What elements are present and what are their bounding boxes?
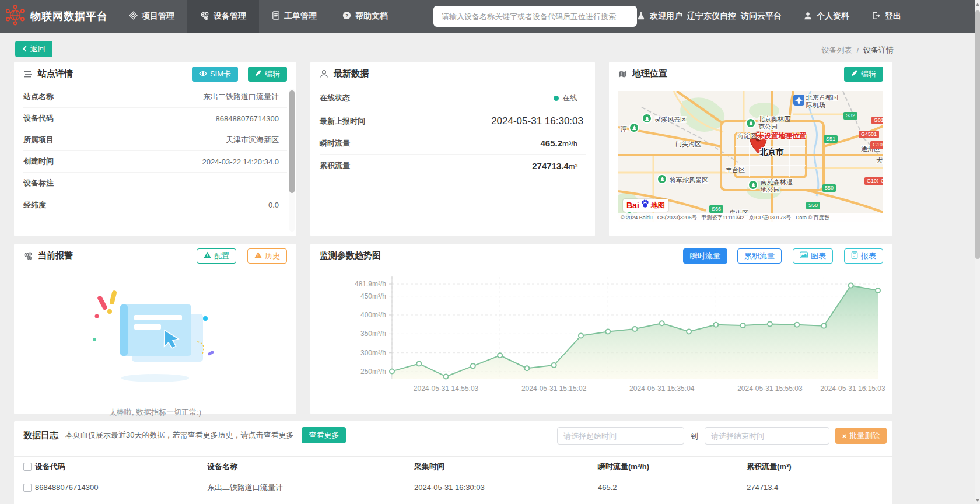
- road-badge: G4501: [859, 131, 879, 138]
- detail-row: 创建时间2024-03-22 14:20:34.0: [23, 151, 287, 173]
- site-edit-button[interactable]: 编辑: [248, 66, 287, 82]
- map-label: 海淀区: [737, 132, 757, 141]
- status-badge: 在线: [554, 93, 586, 103]
- sim-card-button[interactable]: SIM卡: [192, 66, 238, 82]
- detail-row: 所属项目天津市滨海新区: [23, 130, 287, 151]
- row-checkbox[interactable]: [23, 484, 32, 492]
- location-title: 地理位置: [632, 68, 667, 79]
- report-time-row: 最新上报时间 2024-05-31 16:30:03: [320, 110, 586, 132]
- report-view-button[interactable]: 报表: [844, 249, 883, 264]
- network-globe-icon: [4, 4, 26, 29]
- column-header: 瞬时流量(m³/h): [598, 461, 747, 472]
- select-all-checkbox[interactable]: [23, 463, 32, 471]
- alarm-history-button[interactable]: ! 历史: [247, 249, 287, 264]
- map-label: 大厂: [876, 156, 883, 165]
- chart-view-button[interactable]: 图表: [793, 249, 833, 264]
- app-title: 物联网数据平台: [30, 9, 108, 23]
- road-badge: G1: [878, 177, 883, 185]
- table-row[interactable]: 868488076714300 东出二铁路道口流量计 2024-05-31 16…: [14, 477, 892, 498]
- instant-flow-row: 瞬时流量 465.2m³/h: [320, 132, 586, 155]
- table-header-row: 设备代码 设备名称 采集时间 瞬时流量(m³/h) 累积流量(m³): [14, 456, 892, 477]
- nav-item-projects[interactable]: 项目管理: [116, 0, 187, 33]
- detail-row: 设备标注: [23, 173, 287, 194]
- svg-text:2024-05-31 15:55:03: 2024-05-31 15:55:03: [737, 384, 803, 393]
- road-badge: S32: [844, 112, 858, 120]
- welcome-text: 欢迎用户: [650, 11, 682, 22]
- scroll-up-icon[interactable]: [975, 0, 980, 8]
- welcome-segment: 欢迎用户 辽宁东仪自控 访问云平台: [637, 11, 782, 22]
- svg-text:2024-05-31 14:55:03: 2024-05-31 14:55:03: [414, 384, 479, 393]
- device-search-input[interactable]: [433, 6, 637, 27]
- svg-text:2024-05-31 16:15:03: 2024-05-31 16:15:03: [820, 384, 886, 393]
- column-header: 累积流量(m³): [747, 461, 892, 472]
- map-label: 北京奥林匹克公园: [758, 116, 794, 131]
- gears-icon: [23, 251, 33, 261]
- scrollbar-thumb[interactable]: [975, 10, 980, 259]
- device-detail-page: 物联网数据平台 项目管理 设备管理: [0, 0, 980, 504]
- eye-icon: [199, 69, 207, 78]
- site-details-title: 站点详情: [38, 68, 73, 79]
- baidu-paw-icon: [640, 200, 650, 211]
- site-details-body: 站点名称东出二铁路道口流量计 设备代码868488076714300 所属项目天…: [14, 86, 296, 216]
- edit-icon: [255, 69, 262, 78]
- document-icon: [272, 11, 280, 22]
- baidu-logo: Bai 地图: [623, 199, 668, 212]
- alarm-empty-text: 太棒啦, 数据指标一切正常:): [14, 407, 296, 418]
- svg-text:?: ?: [345, 13, 349, 19]
- latest-data-title: 最新数据: [334, 68, 369, 79]
- page-scrollbar[interactable]: [975, 0, 980, 504]
- column-header: 采集时间: [414, 461, 598, 472]
- svg-text:250m³/h: 250m³/h: [360, 368, 386, 376]
- trend-line-chart[interactable]: 481.9m³/h450m³/h400m³/h350m³/h300m³/h250…: [310, 270, 892, 414]
- view-more-button[interactable]: 查看更多: [302, 427, 346, 443]
- alarm-empty-state: 太棒啦, 数据指标一切正常:): [14, 270, 296, 414]
- map-label: 灵溪风景区: [654, 116, 687, 124]
- alarm-config-button[interactable]: ! 配置: [197, 249, 236, 264]
- detail-row: 站点名称东出二铁路道口流量计: [23, 86, 287, 108]
- visit-cloud-link[interactable]: 访问云平台: [741, 11, 782, 22]
- app-logo[interactable]: [0, 4, 30, 29]
- data-log-note: 本页面仅展示最近30天的数据，若需查看更多历史，请点击查看更多: [65, 430, 293, 440]
- start-time-input[interactable]: [557, 427, 684, 444]
- park-pin-icon: [642, 113, 652, 124]
- trend-header: 监测参数趋势图 瞬时流量 累积流量 图表 报表: [310, 244, 892, 268]
- nav-item-help[interactable]: ? 帮助文档: [330, 0, 401, 33]
- card-scrollbar-thumb[interactable]: [289, 90, 295, 193]
- nav-item-workorders[interactable]: 工单管理: [259, 0, 330, 33]
- instant-flow-tab[interactable]: 瞬时流量: [683, 249, 727, 264]
- map-icon: [618, 70, 627, 78]
- park-pin-icon: [657, 174, 667, 184]
- logout-link[interactable]: 登出: [872, 11, 901, 22]
- data-log-card: 数据日志 本页面仅展示最近30天的数据，若需查看更多历史，请点击查看更多 查看更…: [14, 421, 892, 504]
- baidu-map[interactable]: 北京首都国际机场 灵溪风景区 北京奥林匹克公园 潭 门头沟区 海淀区 未设置地理…: [618, 91, 883, 222]
- svg-text:300m³/h: 300m³/h: [360, 349, 386, 357]
- warning-triangle-icon: !: [254, 251, 262, 260]
- question-icon: ?: [342, 11, 351, 22]
- road-badge: 550: [822, 184, 836, 192]
- logout-icon: [872, 12, 880, 22]
- location-header: 地理位置 编辑: [609, 62, 892, 86]
- data-log-header: 数据日志 本页面仅展示最近30天的数据，若需查看更多历史，请点击查看更多 查看更…: [14, 421, 892, 449]
- back-button[interactable]: 返回: [15, 41, 52, 57]
- end-time-input[interactable]: [705, 427, 830, 444]
- batch-delete-button[interactable]: × 批量删除: [835, 428, 887, 444]
- breadcrumb-separator: /: [856, 46, 859, 55]
- nav-item-devices[interactable]: 设备管理: [187, 0, 259, 33]
- svg-text:!: !: [257, 253, 258, 258]
- svg-text:400m³/h: 400m³/h: [360, 311, 386, 319]
- user-icon: [804, 12, 812, 22]
- profile-link[interactable]: 个人资料: [804, 11, 849, 22]
- svg-text:350m³/h: 350m³/h: [360, 330, 386, 338]
- location-card: 地理位置 编辑: [609, 62, 892, 236]
- table-row-partial[interactable]: [14, 498, 892, 504]
- diamond-icon: [129, 11, 138, 22]
- scroll-down-icon[interactable]: [975, 496, 980, 504]
- list-icon: [23, 70, 33, 78]
- trend-title: 监测参数趋势图: [320, 250, 381, 261]
- svg-text:2024-05-31 15:35:04: 2024-05-31 15:35:04: [629, 384, 695, 393]
- area-chart-icon: [800, 251, 808, 260]
- breadcrumb-device-list[interactable]: 设备列表: [821, 45, 852, 55]
- location-edit-button[interactable]: 编辑: [844, 66, 883, 82]
- close-icon: ×: [842, 432, 847, 440]
- total-flow-tab[interactable]: 累积流量: [737, 249, 782, 264]
